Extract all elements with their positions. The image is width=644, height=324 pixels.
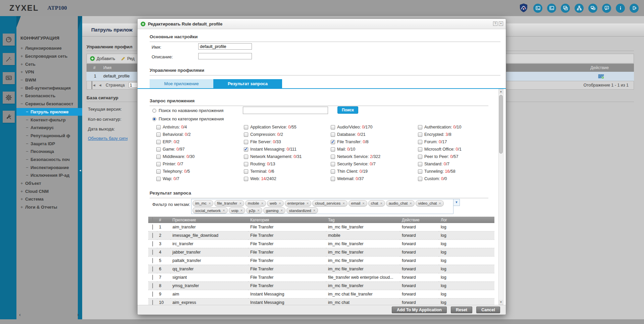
category-network-management[interactable]: Network Management: 0/31	[244, 153, 331, 160]
remove-tag-icon[interactable]: ×	[279, 202, 281, 205]
sidebar-item-[interactable]: −Песочница	[16, 148, 82, 156]
remove-tag-icon[interactable]: ×	[362, 202, 364, 205]
table-row[interactable]: 4jabber_transferFile Transferim_mc file_…	[148, 248, 494, 257]
remove-tag-icon[interactable]: ×	[223, 209, 225, 212]
web-console-icon[interactable]	[561, 4, 570, 13]
search-button[interactable]: Поиск	[337, 106, 358, 114]
add-profile-button[interactable]: Добавить	[90, 56, 115, 61]
row-checkbox[interactable]	[152, 266, 153, 272]
expand-toggle-icon[interactable]: +	[20, 69, 25, 74]
sidebar-next-icon[interactable]: ›	[77, 312, 79, 317]
page-number-input[interactable]	[129, 82, 138, 88]
category-audio-video[interactable]: Audio/Video: 0/170	[331, 123, 418, 131]
checkbox-icon[interactable]	[418, 132, 422, 137]
tab-my-application[interactable]: Мое приложение	[150, 79, 213, 88]
monitor-icon[interactable]	[3, 72, 15, 84]
checkbox-icon[interactable]	[156, 140, 161, 144]
checkbox-icon[interactable]	[244, 155, 248, 159]
expand-toggle-icon[interactable]: +	[20, 189, 25, 194]
expand-toggle-icon[interactable]: +	[20, 54, 25, 59]
checkbox-icon[interactable]	[156, 155, 161, 159]
security-scan-icon[interactable]	[519, 3, 529, 13]
table-row[interactable]: 7signiantFile Transferfile_transfer web …	[148, 273, 494, 282]
checkbox-icon[interactable]	[244, 132, 248, 137]
category-erp[interactable]: ERP: 0/2	[156, 138, 244, 146]
table-row[interactable]: 5paltalk_transferFile Transferim_mc file…	[148, 257, 494, 265]
checkbox-icon[interactable]	[331, 155, 335, 159]
tab-query-result[interactable]: Результат запроса	[213, 79, 282, 88]
table-row[interactable]: 1aim_transferFile Transferim_mc file_tra…	[148, 223, 494, 231]
category-forum[interactable]: Forum: 0/17	[418, 138, 488, 146]
remove-tag-icon[interactable]: ×	[313, 209, 315, 212]
category-web[interactable]: Web: 14/2402	[244, 175, 331, 182]
scrollbar-thumb[interactable]	[499, 95, 503, 154]
checkbox-icon[interactable]	[418, 162, 422, 166]
category-mail[interactable]: Mail: 0/10	[331, 146, 418, 153]
category-security-service[interactable]: Security Service: 0/7	[331, 160, 418, 168]
checkbox-icon[interactable]	[331, 162, 335, 166]
sidebar-item-[interactable]: +Логи & Отчеты	[16, 203, 82, 211]
expand-toggle-icon[interactable]: +	[20, 62, 25, 67]
category-tunneling[interactable]: Tunneling: 16/58	[418, 168, 488, 175]
expand-toggle-icon[interactable]: +	[20, 205, 25, 210]
checkbox-icon[interactable]	[418, 125, 422, 129]
expand-toggle-icon[interactable]: −	[26, 133, 31, 138]
scroll-down-icon[interactable]: ▼	[499, 300, 503, 305]
expand-toggle-icon[interactable]: +	[20, 46, 25, 51]
row-checkbox[interactable]	[152, 300, 153, 305]
checkbox-icon[interactable]	[156, 147, 161, 152]
expand-toggle-icon[interactable]: −	[26, 141, 31, 146]
expand-toggle-icon[interactable]: −	[26, 173, 31, 178]
checkbox-icon[interactable]	[244, 162, 248, 166]
about-icon[interactable]	[616, 4, 625, 13]
sidebar-item-ip[interactable]: −Исключения IP-ад	[16, 171, 82, 179]
select-all-checkbox[interactable]	[152, 217, 153, 223]
sidebar-item-[interactable]: +Безопасность	[16, 92, 82, 100]
cli-icon[interactable]	[533, 4, 542, 13]
remove-tag-icon[interactable]: ×	[209, 202, 211, 205]
checkbox-icon[interactable]	[331, 177, 335, 181]
sidebar-item-[interactable]: +Система	[16, 195, 82, 203]
sidebar-item-[interactable]: −Контент-фильтр	[16, 116, 82, 124]
sidebar-item-[interactable]: +Сеть	[16, 60, 82, 68]
category-thin-client[interactable]: Thin Client: 0/19	[331, 168, 418, 175]
dialog-scrollbar[interactable]: ▲ ▼	[498, 89, 503, 305]
search-by-category-radio[interactable]: Поиск по категории приложения	[152, 116, 224, 121]
row-checkbox[interactable]	[152, 291, 153, 297]
category-network-service[interactable]: Network Service: 2/322	[331, 153, 418, 160]
sidebar-collapse-icon[interactable]: ◄	[78, 168, 82, 174]
checkbox-icon[interactable]	[418, 169, 422, 174]
remove-tag-icon[interactable]: ×	[439, 202, 441, 205]
remove-tag-icon[interactable]: ×	[380, 202, 382, 205]
category-standard[interactable]: Standard: 0/7	[418, 160, 488, 168]
row-checkbox[interactable]	[152, 241, 153, 247]
sidebar-item-cloud-cnm[interactable]: +Cloud CNM	[16, 187, 82, 195]
category-antivirus[interactable]: Antivirus: 0/4	[156, 123, 244, 131]
add-to-my-application-button[interactable]: Add To My Application	[392, 307, 447, 313]
table-row[interactable]: 6qq_transferFile Transferim_mc file_tran…	[148, 265, 494, 273]
tag-filter-box[interactable]: im_mc×file_transfer×mobile×web×enterpris…	[191, 199, 453, 214]
expand-toggle-icon[interactable]: −	[20, 77, 25, 83]
tag-dropdown-icon[interactable]: ▼	[453, 199, 460, 206]
sidebar-item-[interactable]: −Патруль приложе	[16, 108, 82, 116]
checkbox-icon[interactable]	[418, 177, 422, 181]
checkbox-icon[interactable]	[244, 125, 248, 129]
reset-button[interactable]: Reset	[451, 307, 472, 313]
remove-tag-icon[interactable]: ×	[342, 202, 344, 205]
category-routing[interactable]: Routing: 0/13	[244, 160, 331, 168]
expand-toggle-icon[interactable]: +	[20, 197, 25, 202]
row-checkbox[interactable]	[152, 283, 153, 288]
category-instant-messaging[interactable]: Instant Messaging: 0/111	[244, 146, 331, 153]
row-checkbox[interactable]	[152, 250, 153, 255]
checkbox-icon[interactable]	[331, 140, 335, 144]
expand-toggle-icon[interactable]: −	[26, 125, 31, 130]
remove-tag-icon[interactable]: ×	[307, 202, 309, 205]
wizard-icon[interactable]	[3, 53, 15, 65]
description-field[interactable]	[198, 53, 252, 59]
expand-toggle-icon[interactable]: −	[26, 157, 31, 162]
category-peer-to-peer[interactable]: Peer to Peer: 0/57	[418, 153, 488, 160]
expand-toggle-icon[interactable]: −	[20, 101, 25, 106]
category-middleware[interactable]: Middleware: 0/30	[156, 153, 244, 160]
category-encrypted[interactable]: Encrypted: 3/8	[418, 131, 488, 138]
sidebar-item-vpn[interactable]: +VPN	[16, 68, 82, 76]
